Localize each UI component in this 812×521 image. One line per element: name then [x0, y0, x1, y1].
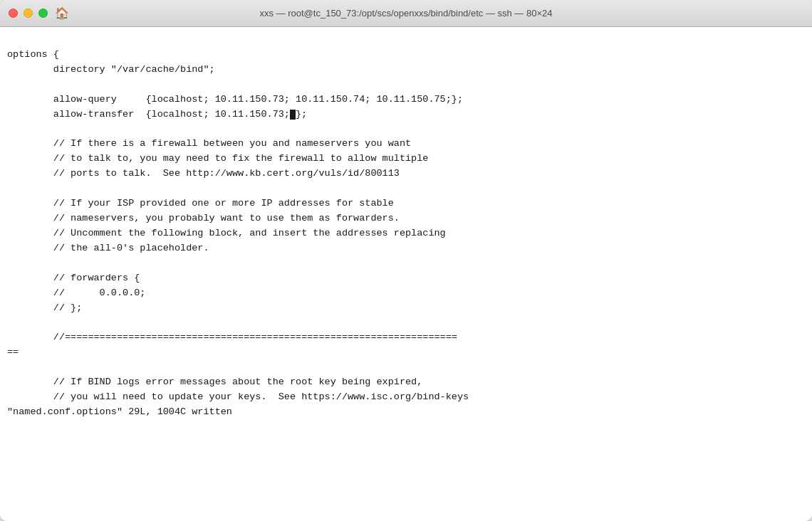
terminal-window: 🏠 xxs — root@tc_150_73:/opt/scs/openxxs/… [0, 0, 812, 521]
terminal-line-1: options { directory "/var/cache/bind"; a… [7, 49, 469, 402]
maximize-button[interactable] [38, 9, 48, 18]
window-title: xxs — root@tc_150_73:/opt/scs/openxxs/bi… [259, 8, 552, 19]
close-button[interactable] [9, 9, 18, 18]
terminal-content[interactable]: options { directory "/var/cache/bind"; a… [0, 27, 812, 521]
status-line: "named.conf.options" 29L, 1004C written [7, 406, 232, 417]
terminal-cursor [290, 110, 296, 120]
minimize-button[interactable] [24, 9, 33, 18]
home-icon: 🏠 [55, 6, 69, 20]
titlebar: 🏠 xxs — root@tc_150_73:/opt/scs/openxxs/… [0, 0, 812, 27]
traffic-lights [9, 9, 48, 18]
